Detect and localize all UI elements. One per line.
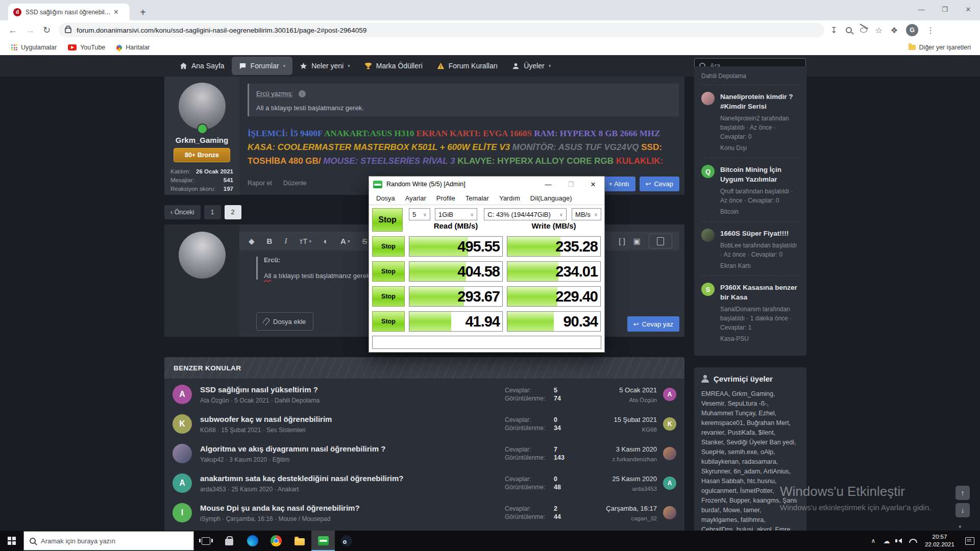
stop-button[interactable]: Stop [372,261,405,282]
topic-title[interactable]: Bitcoin Mining İçin Uygum Yazılımlar [720,165,799,184]
window-maximize-button[interactable]: ❐ [933,0,957,18]
drive-select[interactable]: C: 43% (194/447GiB)∨ [484,208,567,220]
taskbar-chrome-button[interactable] [264,531,288,551]
nav-home[interactable]: Ana Sayfa [173,57,232,75]
bookmark-youtube[interactable]: YouTube [68,44,105,51]
menu-settings[interactable]: Ayarlar [400,194,431,202]
code-icon[interactable]: [ ] [619,237,625,245]
address-bar[interactable]: forum.donanimarsivi.com/konu/ssd-sagligi… [59,23,824,37]
tray-cloud-icon[interactable]: ☁ [880,537,893,545]
italic-icon[interactable]: I [284,237,287,245]
dialog-title-bar[interactable]: Random Write (5/5) [Admin] — ❐ ✕ [369,177,604,192]
page-1-button[interactable]: 1 [204,205,221,219]
download-icon[interactable]: ↧ [830,26,837,35]
topic-title[interactable]: Algoritma ve akış diyagramını nasıl öğre… [200,444,505,453]
window-minimize-button[interactable]: — [910,0,933,18]
taskbar-clock[interactable]: 20:57 22.02.2021 [920,533,960,548]
back-button[interactable]: ← [8,25,17,36]
save-draft-icon[interactable]: ▣ [633,237,641,246]
last-poster[interactable]: KG68 [591,427,657,433]
attach-file-button[interactable]: Dosya ekle [256,312,313,331]
other-bookmarks[interactable]: Diğer yer işaretleri [909,44,971,51]
table-row[interactable]: Algoritma ve akış diyagramını nasıl öğre… [173,439,676,468]
taskbar-store-button[interactable] [217,531,241,551]
last-poster[interactable]: cagan_32 [591,515,657,521]
window-close-button[interactable]: ✕ [957,0,980,18]
list-item[interactable]: 1660S Süper Fiyat!!!!BobLee tarafından b… [701,221,799,276]
menu-help[interactable]: Yardım [494,194,525,202]
table-row[interactable]: A anakartımın sata kaç desteklediğini na… [173,468,676,498]
dialog-minimize-button[interactable]: — [537,177,559,192]
remove-format-icon[interactable]: ◆ [249,237,255,246]
online-members-list[interactable]: EMREAA, Grkm_Gaming, Vesemir, SepuLtura … [694,389,806,551]
nav-members[interactable]: Üyeler ▾ [505,57,558,75]
taskbar-diskmark-button[interactable] [311,531,335,551]
bookmark-maps[interactable]: Haritalar [116,44,150,51]
avatar[interactable] [179,232,226,279]
tray-network-icon[interactable] [906,539,920,543]
font-size-icon[interactable]: тT▾ [299,237,311,245]
preview-button[interactable] [649,234,672,248]
test-count-select[interactable]: 5∨ [409,208,430,220]
topic-title[interactable]: anakartımın sata kaç desteklediğini nası… [200,474,505,483]
bookmark-star-icon[interactable]: ☆ [875,26,883,35]
table-row[interactable]: K subwoofer kaç w nasıl öğrenebilirimKG6… [173,409,676,439]
scroll-up-button[interactable]: ↑ [955,486,970,500]
topic-category[interactable]: Bitcoin [720,207,799,216]
eye-hidden-icon[interactable] [860,28,867,33]
menu-language[interactable]: Dil(Language) [525,194,577,202]
tray-volume-icon[interactable] [893,538,906,543]
topic-title[interactable]: SSD sağlığını nasıl yükseltirim ? [200,385,505,394]
last-poster[interactable]: z.furkandenizhan [591,456,657,462]
dialog-maximize-button[interactable]: ❐ [559,177,582,192]
topic-title[interactable]: subwoofer kaç w nasıl öğrenebilirim [200,415,505,423]
nav-forum-rules[interactable]: Forum Kuralları [430,57,505,75]
post-username[interactable]: Grkm_Gaming [164,136,239,144]
stop-button[interactable]: Stop [372,311,405,332]
last-poster[interactable]: arda3453 [591,486,657,492]
page-2-button[interactable]: 2 [225,205,241,219]
list-item[interactable]: S P360X Kasasına benzer bir KasaSanalDon… [701,276,799,348]
quote-author[interactable]: Ercü yazmış: [256,90,293,97]
palette-icon[interactable]: ◐ [324,237,328,245]
task-view-button[interactable] [194,531,217,551]
strikethrough-icon[interactable]: S [362,237,367,245]
topic-title[interactable]: Naneliprotein kimdir ? #Kimdir Serisi [720,92,799,111]
tray-chevron-icon[interactable]: ∧ [867,537,880,544]
last-poster[interactable]: Ata Özgün [591,397,657,403]
new-tab-button[interactable]: + [136,5,150,19]
menu-themes[interactable]: Temalar [460,194,494,202]
topic-category[interactable]: Ekran Kartı [720,261,799,270]
quote-button[interactable]: + Alıntı [602,177,635,191]
avatar[interactable] [179,83,226,130]
taskbar-search-input[interactable]: Aramak için buraya yazın [23,531,194,550]
topic-category[interactable]: Dahili Depolama [701,70,799,85]
tab-close-icon[interactable]: ✕ [113,8,119,16]
edit-link[interactable]: Düzenle [283,180,307,187]
profile-avatar[interactable]: G [906,24,918,36]
jump-to-quote-icon[interactable]: ↑ [299,90,306,97]
topic-category[interactable]: Konu Dışı [720,143,799,153]
browser-menu-icon[interactable]: ⋮ [926,26,935,35]
taskbar-steam-button[interactable] [335,531,358,551]
list-item[interactable]: Naneliprotein kimdir ? #Kimdir SerisiNan… [701,85,799,158]
taskbar-explorer-button[interactable] [288,531,311,551]
table-row[interactable]: I Mouse Dpi şu anda kaç nasıl öğrenebili… [173,498,676,528]
topic-title[interactable]: 1660S Süper Fiyat!!!! [720,229,799,238]
nav-forums[interactable]: Forumlar ▾ [232,57,293,75]
bold-icon[interactable]: B [267,237,273,245]
submit-reply-button[interactable]: ↩ Cevap yaz [627,316,679,332]
reload-button[interactable]: ↻ [43,24,51,36]
reply-button[interactable]: ↩ Cevap [640,177,679,191]
font-color-icon[interactable]: A▾ [340,237,350,245]
test-size-select[interactable]: 1GiB∨ [435,208,477,220]
comment-field[interactable] [372,336,601,349]
taskbar-edge-button[interactable] [241,531,264,551]
unit-select[interactable]: MB/s∨ [572,208,601,220]
extensions-icon[interactable]: ❖ [891,26,898,35]
benchmark-dialog[interactable]: Random Write (5/5) [Admin] — ❐ ✕ Dosya A… [369,176,605,353]
zoom-icon[interactable] [846,27,852,33]
scroll-down-button[interactable]: ↓ [955,503,970,517]
menu-profile[interactable]: Profile [431,194,460,202]
browser-tab[interactable]: d SSD sağlığını nasıl öğrenebilirim ✕ [8,4,130,20]
